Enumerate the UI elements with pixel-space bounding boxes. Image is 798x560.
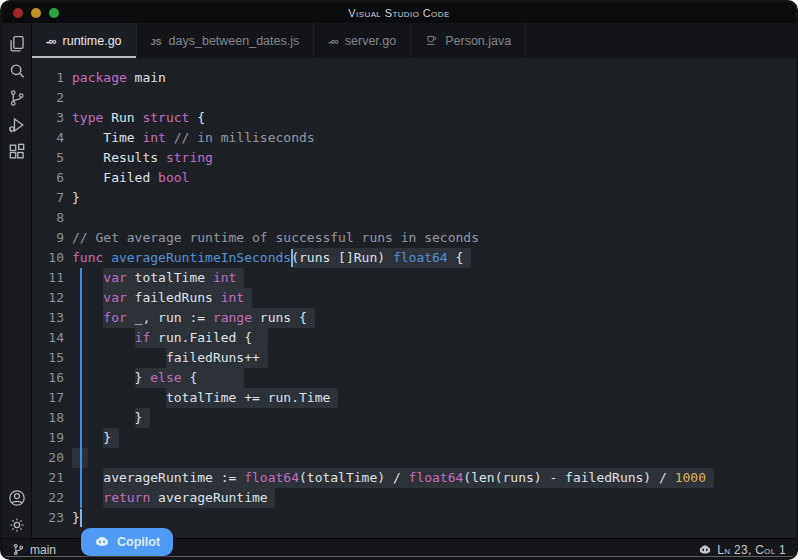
line-content — [72, 88, 796, 108]
main-row: -∞runtime.goJSdays_between_dates.js-∞ser… — [2, 23, 796, 538]
text-cursor — [291, 249, 293, 267]
line-content: averageRuntime := float64(totalTime) / f… — [72, 468, 796, 488]
token: for — [103, 310, 126, 325]
activity-run-and-debug-button[interactable] — [4, 111, 30, 138]
tab-label: server.go — [345, 34, 396, 48]
search-icon — [7, 61, 27, 81]
token: Results — [72, 150, 166, 165]
run-and-debug-icon — [7, 115, 27, 135]
line-content: Failed bool — [72, 168, 796, 188]
title-bar: Visual Studio Code — [2, 2, 796, 23]
token: _, run := — [127, 310, 213, 325]
line-content: } — [72, 508, 796, 528]
code-line-13[interactable]: 13 for _, run := range runs { — [32, 308, 796, 328]
tab-bar: -∞runtime.goJSdays_between_dates.js-∞ser… — [32, 23, 796, 58]
activity-settings-button[interactable] — [4, 511, 30, 538]
code-line-17[interactable]: 17 totalTime += run.Time — [32, 388, 796, 408]
token: type — [72, 110, 103, 125]
token — [72, 310, 103, 325]
token: runs { — [252, 310, 307, 325]
cursor-position: Ln 23, Col 1 — [717, 543, 786, 557]
token: float64 — [393, 250, 448, 265]
line-number: 9 — [32, 228, 72, 248]
code-line-19[interactable]: 19 } — [32, 428, 796, 448]
activity-extensions-button[interactable] — [4, 138, 30, 165]
tab-days-between-dates-js[interactable]: JSdays_between_dates.js — [137, 23, 315, 58]
git-branch-icon — [12, 543, 25, 556]
code-line-12[interactable]: 12 var failedRuns int — [32, 288, 796, 308]
line-number: 15 — [32, 348, 72, 368]
code-line-11[interactable]: 11 var totalTime int — [32, 268, 796, 288]
settings-icon — [7, 515, 27, 535]
token: bool — [158, 170, 189, 185]
go-file-icon: -∞ — [328, 34, 338, 48]
line-content: } — [72, 408, 796, 428]
java-file-icon — [425, 34, 438, 47]
token: averageRuntime — [150, 490, 267, 505]
token: package — [72, 70, 127, 85]
code-line-23[interactable]: 23} — [32, 508, 796, 528]
line-number: 20 — [32, 448, 72, 468]
activity-explorer-button[interactable] — [4, 30, 30, 57]
code-line-1[interactable]: 1package main — [32, 68, 796, 88]
line-content: // Get average runtime of successful run… — [72, 228, 796, 248]
code-line-22[interactable]: 22 return averageRuntime — [32, 488, 796, 508]
code-line-8[interactable]: 8 — [32, 208, 796, 228]
code-line-14[interactable]: 14 if run.Failed { — [32, 328, 796, 348]
activity-source-control-button[interactable] — [4, 84, 30, 111]
code-line-21[interactable]: 21 averageRuntime := float64(totalTime) … — [32, 468, 796, 488]
code-line-7[interactable]: 7} — [32, 188, 796, 208]
line-number: 17 — [32, 388, 72, 408]
activity-search-button[interactable] — [4, 57, 30, 84]
code-line-6[interactable]: 6 Failed bool — [32, 168, 796, 188]
cursor-position-indicator[interactable]: Ln 23, Col 1 — [698, 543, 786, 557]
token: var — [103, 290, 126, 305]
token: } — [72, 510, 80, 525]
code-line-9[interactable]: 9// Get average runtime of successful ru… — [32, 228, 796, 248]
line-number: 2 — [32, 88, 72, 108]
line-number: 6 — [32, 168, 72, 188]
activity-bar — [2, 23, 32, 538]
editor[interactable]: 1package main23type Run struct {4 Time i… — [32, 58, 796, 538]
branch-indicator[interactable]: main — [12, 543, 56, 557]
token: range — [213, 310, 252, 325]
activity-account-button[interactable] — [4, 484, 30, 511]
token — [72, 330, 135, 345]
vscode-window: Visual Studio Code -∞runtime.goJSdays_be… — [0, 0, 798, 560]
line-content: var totalTime int — [72, 268, 796, 288]
code-line-3[interactable]: 3type Run struct { — [32, 108, 796, 128]
token: (runs []Run) — [291, 250, 393, 265]
token: failedRuns++ — [72, 350, 260, 365]
line-content: totalTime += run.Time — [72, 388, 796, 408]
editor-group: -∞runtime.goJSdays_between_dates.js-∞ser… — [32, 23, 796, 538]
line-content: } — [72, 428, 796, 448]
tab-person-java[interactable]: Person.java — [411, 23, 526, 58]
code-line-15[interactable]: 15 failedRuns++ — [32, 348, 796, 368]
code-line-16[interactable]: 16 } else { — [32, 368, 796, 388]
tab-server-go[interactable]: -∞server.go — [314, 23, 411, 58]
line-content — [72, 448, 796, 468]
token: func — [72, 250, 103, 265]
extensions-icon — [7, 142, 27, 162]
line-number: 11 — [32, 268, 72, 288]
code-line-2[interactable]: 2 — [32, 88, 796, 108]
token: { — [189, 110, 205, 125]
copilot-icon — [94, 534, 110, 550]
line-content: func averageRuntimeInSeconds(runs []Run)… — [72, 248, 796, 268]
code-line-18[interactable]: 18 } — [32, 408, 796, 428]
token: averageRuntimeInSeconds — [111, 250, 291, 265]
token — [72, 290, 103, 305]
token: run.Failed { — [150, 330, 252, 345]
line-content: } else { — [72, 368, 796, 388]
code-line-5[interactable]: 5 Results string — [32, 148, 796, 168]
line-content: } — [72, 188, 796, 208]
token: else — [150, 370, 181, 385]
code-line-20[interactable]: 20 — [32, 448, 796, 468]
code-line-4[interactable]: 4 Time int // in milliseconds — [32, 128, 796, 148]
code-line-10[interactable]: 10func averageRuntimeInSeconds(runs []Ru… — [32, 248, 796, 268]
line-number: 4 — [32, 128, 72, 148]
copilot-button[interactable]: Copilot — [81, 528, 173, 556]
tab-runtime-go[interactable]: -∞runtime.go — [32, 23, 137, 58]
token — [72, 270, 103, 285]
token: averageRuntime := — [72, 470, 244, 485]
